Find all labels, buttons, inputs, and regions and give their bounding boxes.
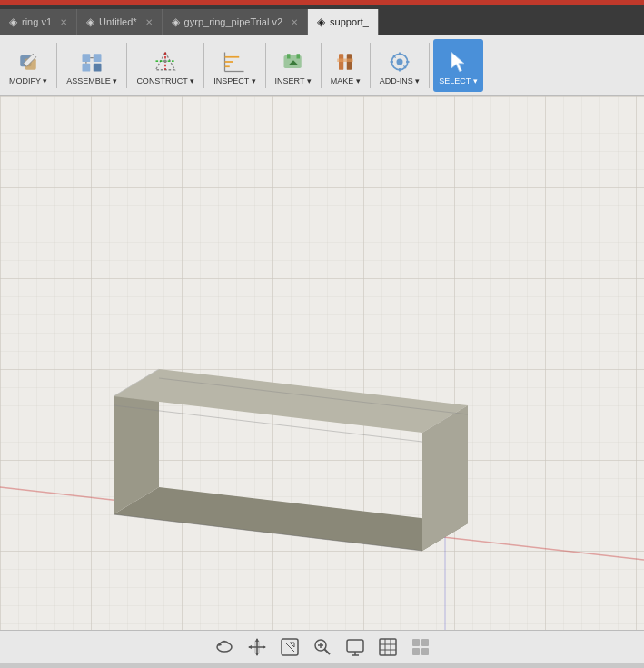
make-label: MAKE ▾ — [331, 76, 361, 85]
svg-line-60 — [324, 649, 330, 654]
tool-sep-5 — [321, 43, 322, 88]
pan-button[interactable] — [244, 635, 270, 659]
construct-label: CONSTRUCT ▾ — [136, 76, 194, 85]
tab-support[interactable]: ◈ support_ — [308, 9, 379, 35]
select-icon — [443, 47, 472, 76]
add-ins-label: ADD-INS ▾ — [380, 76, 421, 85]
tool-sep-2 — [126, 43, 127, 88]
svg-point-26 — [397, 58, 403, 65]
svg-rect-73 — [412, 648, 420, 655]
svg-rect-63 — [347, 640, 363, 652]
tab-label: Untitled* — [99, 16, 137, 27]
assemble-icon — [77, 47, 106, 76]
insert-tool[interactable]: INSERT ▾ — [270, 39, 317, 92]
tool-sep-4 — [265, 43, 266, 88]
svg-point-12 — [164, 59, 168, 63]
svg-rect-6 — [94, 63, 102, 71]
tab-ring-v1[interactable]: ◈ ring v1 ✕ — [0, 9, 77, 35]
tab-bar: ◈ ring v1 ✕ ◈ Untitled* ✕ ◈ gyrp_ring_pi… — [0, 5, 644, 35]
svg-rect-5 — [83, 63, 91, 71]
svg-marker-54 — [248, 645, 252, 649]
svg-marker-52 — [255, 638, 259, 642]
toolbar: MODIFY ▾ ASSEMBLE ▾ CONSTRUC — [0, 35, 644, 96]
svg-rect-21 — [296, 54, 300, 58]
tab-label: gyrp_ring_pipeTrial v2 — [184, 16, 282, 27]
tab-label: support_ — [330, 16, 369, 27]
add-ins-icon — [385, 47, 414, 76]
svg-marker-41 — [114, 369, 468, 433]
svg-rect-71 — [412, 639, 420, 646]
tool-sep-6 — [370, 43, 371, 88]
svg-line-57 — [285, 643, 294, 652]
zoom-button[interactable] — [310, 635, 335, 659]
add-ins-tool[interactable]: ADD-INS ▾ — [374, 39, 426, 92]
construct-icon — [151, 47, 180, 76]
svg-marker-39 — [114, 487, 468, 551]
insert-icon — [279, 47, 308, 76]
svg-rect-3 — [83, 54, 91, 62]
tab-gyrp[interactable]: ◈ gyrp_ring_pipeTrial v2 ✕ — [163, 9, 308, 35]
tab-icon: ◈ — [172, 15, 180, 28]
svg-rect-74 — [421, 648, 429, 655]
modify-icon — [14, 47, 43, 76]
select-tool[interactable]: SELECT ▾ — [433, 39, 482, 92]
select-label: SELECT ▾ — [439, 76, 477, 85]
svg-rect-20 — [287, 54, 291, 58]
construct-tool[interactable]: CONSTRUCT ▾ — [131, 39, 200, 92]
assemble-label: ASSEMBLE ▾ — [66, 76, 117, 85]
tab-untitled[interactable]: ◈ Untitled* ✕ — [77, 9, 163, 35]
svg-rect-24 — [338, 58, 354, 62]
inspect-tool[interactable]: INSPECT ▾ — [208, 39, 261, 92]
orbit-button[interactable] — [212, 635, 237, 659]
svg-rect-66 — [380, 639, 396, 655]
make-icon — [331, 47, 360, 76]
make-tool[interactable]: MAKE ▾ — [325, 39, 366, 92]
modify-tool[interactable]: MODIFY ▾ — [4, 39, 53, 92]
viewport[interactable] — [0, 96, 644, 630]
svg-marker-55 — [263, 645, 266, 649]
tab-close[interactable]: ✕ — [60, 17, 67, 27]
tab-label: ring v1 — [22, 16, 52, 27]
tab-icon: ◈ — [317, 15, 325, 28]
3d-object — [45, 305, 518, 596]
assemble-tool[interactable]: ASSEMBLE ▾ — [61, 39, 123, 92]
tab-close[interactable]: ✕ — [145, 17, 153, 27]
insert-label: INSERT ▾ — [275, 76, 312, 85]
tool-sep-7 — [429, 43, 430, 88]
svg-marker-58 — [290, 643, 294, 647]
tab-icon: ◈ — [86, 15, 94, 28]
svg-marker-33 — [451, 52, 464, 71]
inspect-icon — [220, 47, 249, 76]
zoom-fit-button[interactable] — [277, 635, 302, 659]
tool-sep-1 — [56, 43, 57, 88]
visual-button[interactable] — [408, 635, 433, 659]
modify-label: MODIFY ▾ — [9, 76, 47, 85]
bottom-bar — [0, 630, 644, 663]
display-button[interactable] — [342, 635, 368, 659]
inspect-label: INSPECT ▾ — [213, 76, 255, 85]
svg-marker-53 — [255, 653, 259, 656]
svg-rect-4 — [94, 54, 102, 62]
tab-icon: ◈ — [9, 15, 17, 28]
tool-sep-3 — [203, 43, 204, 88]
svg-rect-72 — [421, 639, 429, 646]
grid-button[interactable] — [375, 635, 401, 659]
tab-close[interactable]: ✕ — [291, 17, 298, 27]
